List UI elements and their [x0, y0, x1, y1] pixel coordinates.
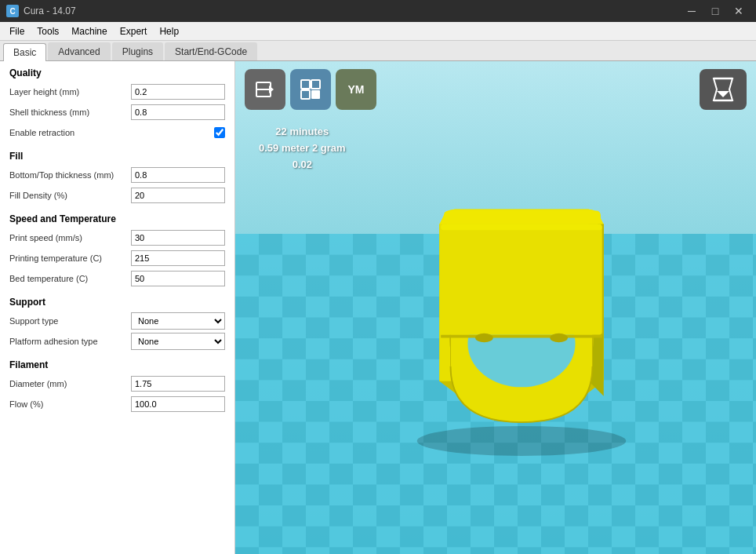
menu-tools[interactable]: Tools: [31, 24, 65, 38]
svg-rect-21: [441, 224, 602, 335]
bed-temp-row: Bed temperature (C): [9, 270, 225, 287]
title-bar: C Cura - 14.07 ─ □ ✕: [0, 0, 756, 22]
left-panel: Quality Layer height (mm) Shell thicknes…: [0, 61, 235, 554]
toilet-seat-model: [373, 150, 671, 464]
menu-machine[interactable]: Machine: [65, 24, 113, 38]
menu-help[interactable]: Help: [153, 24, 185, 38]
bed-temp-input[interactable]: [131, 271, 225, 286]
layer-height-input[interactable]: [131, 84, 225, 100]
svg-point-25: [550, 333, 568, 342]
svg-marker-15: [717, 91, 729, 97]
tab-plugins[interactable]: Plugins: [112, 42, 163, 60]
svg-rect-22: [441, 224, 602, 231]
diameter-label: Diameter (mm): [9, 379, 131, 388]
support-type-select[interactable]: None Touching buildplate Everywhere: [131, 312, 225, 330]
support-type-label: Support type: [9, 316, 131, 326]
tab-start-end-gcode[interactable]: Start/End-GCode: [165, 42, 257, 60]
menu-bar: File Tools Machine Expert Help: [0, 22, 756, 41]
platform-adhesion-label: Platform adhesion type: [9, 337, 131, 346]
title-bar-controls: ─ □ ✕: [681, 3, 750, 19]
layer-height-row: Layer height (mm): [9, 83, 225, 100]
svg-rect-23: [444, 211, 601, 224]
filament-section-title: Filament: [9, 359, 225, 370]
3d-object-container: [373, 150, 671, 466]
svg-rect-11: [311, 90, 320, 99]
settings-icon-button[interactable]: [700, 69, 747, 110]
svg-rect-9: [311, 80, 320, 89]
quality-section-title: Quality: [9, 67, 225, 78]
fill-section-title: Fill: [9, 151, 225, 162]
layer-height-label: Layer height (mm): [9, 87, 131, 97]
bottom-top-row: Bottom/Top thickness (mm): [9, 166, 225, 184]
platform-adhesion-row: Platform adhesion type None Brim Raft: [9, 333, 225, 350]
diameter-row: Diameter (mm): [9, 375, 225, 392]
print-speed-label: Print speed (mm/s): [9, 233, 131, 242]
menu-expert[interactable]: Expert: [114, 24, 154, 38]
view-icon-button[interactable]: [290, 69, 331, 110]
flow-input[interactable]: [131, 396, 225, 412]
viewport-toolbar: YM: [245, 69, 376, 110]
flow-row: Flow (%): [9, 395, 225, 413]
window-title: Cura - 14.07: [24, 5, 76, 16]
maximize-button[interactable]: □: [704, 3, 726, 19]
svg-rect-10: [301, 90, 310, 99]
enable-retraction-label: Enable retraction: [9, 128, 214, 137]
tab-advanced[interactable]: Advanced: [48, 42, 110, 60]
print-speed-input[interactable]: [131, 230, 225, 246]
shell-thickness-label: Shell thickness (mm): [9, 108, 131, 117]
close-button[interactable]: ✕: [728, 3, 750, 19]
bottom-top-label: Bottom/Top thickness (mm): [9, 170, 131, 180]
print-info: 22 minutes 0.59 meter 2 gram 0.02: [259, 124, 346, 173]
fill-density-input[interactable]: [131, 188, 225, 203]
printing-temp-input[interactable]: [131, 250, 225, 266]
support-section-title: Support: [9, 297, 225, 308]
enable-retraction-checkbox[interactable]: [214, 127, 225, 138]
svg-rect-8: [301, 80, 310, 89]
title-bar-left: C Cura - 14.07: [6, 5, 76, 17]
tab-basic[interactable]: Basic: [3, 43, 46, 61]
shell-thickness-row: Shell thickness (mm): [9, 104, 225, 121]
print-time: 22 minutes: [259, 124, 346, 140]
menu-file[interactable]: File: [3, 24, 31, 38]
minimize-button[interactable]: ─: [681, 3, 703, 19]
flow-label: Flow (%): [9, 399, 131, 409]
main-layout: Quality Layer height (mm) Shell thicknes…: [0, 61, 756, 554]
fill-density-label: Fill Density (%): [9, 191, 131, 200]
print-cost: 0.02: [259, 157, 346, 173]
svg-point-24: [475, 333, 493, 342]
platform-adhesion-select[interactable]: None Brim Raft: [131, 333, 225, 350]
print-stats: 0.59 meter 2 gram: [259, 140, 346, 157]
ym-label: YM: [348, 83, 365, 96]
hourglass-icon: [707, 74, 739, 105]
view-icon: [299, 78, 322, 101]
support-type-row: Support type None Touching buildplate Ev…: [9, 312, 225, 330]
viewport: YM 22 minutes 0.59 meter 2 gram 0.02: [235, 61, 756, 554]
slice-icon-button[interactable]: [245, 69, 285, 110]
print-speed-row: Print speed (mm/s): [9, 229, 225, 246]
app-icon: C: [6, 5, 19, 17]
fill-density-row: Fill Density (%): [9, 187, 225, 204]
tab-bar: Basic Advanced Plugins Start/End-GCode: [0, 41, 756, 61]
enable-retraction-row: Enable retraction: [9, 124, 225, 141]
svg-point-16: [417, 426, 627, 456]
shell-thickness-input[interactable]: [131, 104, 225, 120]
printing-temp-label: Printing temperature (C): [9, 253, 131, 263]
slice-icon: [253, 78, 277, 101]
ym-icon-button[interactable]: YM: [336, 69, 376, 110]
printing-temp-row: Printing temperature (C): [9, 250, 225, 267]
bottom-top-input[interactable]: [131, 167, 225, 183]
bed-temp-label: Bed temperature (C): [9, 274, 131, 283]
speed-temp-section-title: Speed and Temperature: [9, 213, 225, 224]
diameter-input[interactable]: [131, 376, 225, 392]
